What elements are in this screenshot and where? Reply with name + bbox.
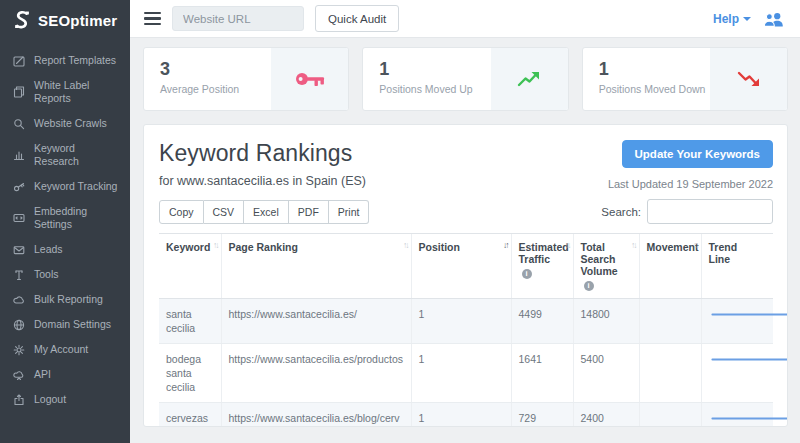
pdf-button[interactable]: PDF [289, 200, 329, 224]
sidebar-item-label: Keyword Tracking [34, 180, 117, 193]
column-header-estimated-traffic[interactable]: Estimated Traffici↑↓ [511, 234, 573, 299]
info-icon[interactable]: i [522, 269, 532, 279]
keyword-cell: santa cecilia [159, 299, 221, 344]
keyword-research-icon [13, 149, 25, 161]
page-ranking-cell[interactable]: https://www.santacecilia.es/blog/cerveza… [221, 403, 411, 428]
sidebar-item-keyword-research[interactable]: Keyword Research [0, 136, 130, 174]
movement-cell [639, 403, 701, 428]
sidebar-item-embedding-settings[interactable]: Embedding Settings [0, 199, 130, 237]
report-templates-icon [13, 55, 25, 67]
stat-card-positions-moved-up: 1 Positions Moved Up [362, 47, 568, 111]
stat-label: Positions Moved Up [379, 83, 490, 95]
keyword-rankings-table: Keyword↑↓ Page Ranking↑↓ Position↓↑ Esti… [159, 233, 773, 427]
page-subtitle: for www.santacecilia.es in Spain (ES) [159, 174, 366, 188]
white-label-reports-icon [13, 86, 25, 98]
sidebar-item-label: Logout [34, 393, 66, 406]
page-ranking-cell[interactable]: https://www.santacecilia.es/ [221, 299, 411, 344]
trend-line-sparkline [701, 299, 773, 344]
key-icon [293, 67, 327, 91]
sort-icon: ↑↓ [693, 240, 698, 250]
search-input[interactable] [647, 199, 773, 224]
keyword-rankings-panel: Keyword Rankings for www.santacecilia.es… [143, 124, 788, 427]
my-account-icon [13, 344, 25, 356]
page-ranking-cell[interactable]: https://www.santacecilia.es/productos [221, 344, 411, 403]
brand-name: SEOptimer [38, 12, 117, 29]
account-users-button[interactable] [762, 10, 786, 28]
tools-icon [13, 269, 25, 281]
sidebar-item-label: Keyword Research [34, 142, 120, 168]
keyword-tracking-icon [13, 181, 25, 193]
sidebar-item-label: Domain Settings [34, 318, 111, 331]
position-cell: 1 [411, 344, 511, 403]
column-header-position[interactable]: Position↓↑ [411, 234, 511, 299]
stat-label: Average Position [160, 83, 271, 95]
sidebar-nav: Report Templates White Label Reports Web… [0, 42, 130, 412]
sidebar-item-label: Tools [34, 268, 59, 281]
sidebar-item-logout[interactable]: Logout [0, 387, 130, 412]
export-button-group: Copy CSV Excel PDF Print [159, 200, 369, 224]
sidebar-item-tools[interactable]: Tools [0, 262, 130, 287]
info-icon[interactable]: i [584, 281, 594, 291]
keyword-cell: cervezas negras [159, 403, 221, 428]
sidebar-item-report-templates[interactable]: Report Templates [0, 48, 130, 73]
quick-audit-button[interactable]: Quick Audit [315, 5, 399, 32]
column-header-total-search-volume[interactable]: Total Search Volumei↑↓ [573, 234, 639, 299]
update-keywords-button[interactable]: Update Your Keywords [622, 140, 773, 168]
column-header-keyword[interactable]: Keyword↑↓ [159, 234, 221, 299]
sidebar-item-label: My Account [34, 343, 88, 356]
table-header-row: Keyword↑↓ Page Ranking↑↓ Position↓↑ Esti… [159, 234, 773, 299]
page-title: Keyword Rankings [159, 140, 366, 167]
position-cell: 1 [411, 403, 511, 428]
estimated-traffic-cell: 1641 [511, 344, 573, 403]
sidebar-item-website-crawls[interactable]: Website Crawls [0, 111, 130, 136]
sidebar-item-white-label-reports[interactable]: White Label Reports [0, 73, 130, 111]
seoptimer-app: SEOptimer Report Templates White Label R… [0, 0, 800, 443]
embedding-settings-icon [13, 212, 25, 224]
trend-down-icon [736, 69, 762, 89]
users-icon [762, 10, 786, 28]
csv-button[interactable]: CSV [204, 200, 245, 224]
hamburger-icon[interactable] [144, 12, 161, 26]
topbar: Quick Audit Help [130, 0, 800, 38]
sidebar-item-label: Bulk Reporting [34, 293, 103, 306]
sidebar-item-domain-settings[interactable]: Domain Settings [0, 312, 130, 337]
column-header-page-ranking[interactable]: Page Ranking↑↓ [221, 234, 411, 299]
sort-icon: ↓↑ [503, 240, 508, 250]
trend-up-icon [516, 69, 542, 89]
last-updated-text: Last Updated 19 September 2022 [608, 178, 773, 190]
sidebar-item-label: White Label Reports [34, 79, 120, 105]
excel-button[interactable]: Excel [244, 200, 289, 224]
bulk-reporting-icon [13, 294, 25, 306]
table-row: santa cecilia https://www.santacecilia.e… [159, 299, 773, 344]
leads-icon [13, 244, 25, 256]
table-row: bodega santa cecilia https://www.santace… [159, 344, 773, 403]
website-url-input[interactable] [172, 6, 304, 31]
position-cell: 1 [411, 299, 511, 344]
estimated-traffic-cell: 729 [511, 403, 573, 428]
search-volume-cell: 2400 [573, 403, 639, 428]
sidebar: SEOptimer Report Templates White Label R… [0, 0, 130, 443]
stat-card-average-position: 3 Average Position [143, 47, 349, 111]
stat-value: 1 [599, 59, 710, 80]
search-label: Search: [601, 206, 641, 218]
estimated-traffic-cell: 4499 [511, 299, 573, 344]
sidebar-item-leads[interactable]: Leads [0, 237, 130, 262]
trend-line-sparkline [701, 403, 773, 428]
stat-cards: 3 Average Position [143, 47, 788, 111]
print-button[interactable]: Print [329, 200, 370, 224]
sidebar-item-keyword-tracking[interactable]: Keyword Tracking [0, 174, 130, 199]
sidebar-item-bulk-reporting[interactable]: Bulk Reporting [0, 287, 130, 312]
table-row: cervezas negras https://www.santacecilia… [159, 403, 773, 428]
column-header-trend-line: Trend Line [701, 234, 773, 299]
stat-value: 3 [160, 59, 271, 80]
logout-icon [13, 394, 25, 406]
copy-button[interactable]: Copy [159, 200, 204, 224]
help-menu[interactable]: Help [713, 12, 751, 26]
column-header-movement[interactable]: Movement↑↓ [639, 234, 701, 299]
domain-settings-icon [13, 319, 25, 331]
sidebar-item-my-account[interactable]: My Account [0, 337, 130, 362]
search-volume-cell: 5400 [573, 344, 639, 403]
seoptimer-logo[interactable]: SEOptimer [0, 0, 130, 42]
stat-card-positions-moved-down: 1 Positions Moved Down [582, 47, 788, 111]
sidebar-item-api[interactable]: API [0, 362, 130, 387]
